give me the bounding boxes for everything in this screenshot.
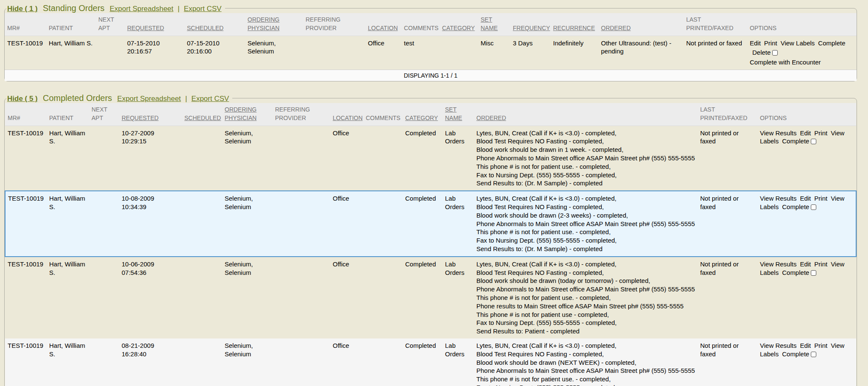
edit-link[interactable]: Edit xyxy=(800,195,811,202)
complete-link[interactable]: Complete xyxy=(782,137,809,145)
cell-last-printed: Not printed or faxed xyxy=(698,338,757,386)
col-frequency[interactable]: FREQUENCY xyxy=(510,13,551,36)
col-set-name[interactable]: SET NAME xyxy=(442,103,474,126)
cell-location: Office xyxy=(330,191,363,257)
cell-ordering-physician: Selenium, Selenium xyxy=(222,191,273,257)
cell-comments xyxy=(363,257,403,338)
cell-next-apt xyxy=(89,191,119,257)
standing-paging-status: DISPLAYING 1-1 / 1 xyxy=(5,70,857,81)
col-location[interactable]: LOCATION xyxy=(330,103,363,126)
standing-hide-toggle[interactable]: Hide ( 1 ) xyxy=(7,5,38,13)
cell-set-name: Lab Orders xyxy=(442,191,474,257)
print-link[interactable]: Print xyxy=(764,39,777,47)
view-labels-link[interactable]: View Labels xyxy=(781,39,815,47)
col-location[interactable]: LOCATION xyxy=(365,13,401,36)
edit-link[interactable]: Edit xyxy=(800,342,811,349)
cell-mr: TEST-10019 xyxy=(5,36,46,70)
cell-requested: 10-06-2009 07:54:36 xyxy=(119,257,182,338)
col-referring-provider: REFERRING PROVIDER xyxy=(273,103,330,126)
cell-location: Office xyxy=(330,126,363,191)
view-results-link[interactable]: View Results xyxy=(760,129,796,137)
cell-referring-provider xyxy=(273,126,330,191)
completed-order-row: TEST-10019 Hart, William S. 08-21-2009 1… xyxy=(5,338,856,386)
cell-scheduled: 07-15-2010 20:16:00 xyxy=(184,36,245,70)
completed-header-row: MR# PATIENT NEXT APT REQUESTED SCHEDULED… xyxy=(5,103,856,126)
order-checkbox[interactable] xyxy=(811,352,816,357)
cell-next-apt xyxy=(89,338,119,386)
delete-checkbox[interactable] xyxy=(772,50,778,56)
standing-export-csv-link[interactable]: Export CSV xyxy=(184,5,222,13)
print-link[interactable]: Print xyxy=(814,129,827,137)
cell-requested: 08-21-2009 16:28:40 xyxy=(119,338,182,386)
print-link[interactable]: Print xyxy=(814,342,827,349)
completed-export-spreadsheet-link[interactable]: Export Spreadsheet xyxy=(117,95,181,103)
cell-referring-provider xyxy=(273,257,330,338)
orders-page: Hide ( 1 ) Standing Orders Export Spread… xyxy=(0,0,868,386)
cell-scheduled xyxy=(182,191,222,257)
complete-link[interactable]: Complete xyxy=(782,350,809,358)
view-results-link[interactable]: View Results xyxy=(760,260,796,268)
completed-export-csv-link[interactable]: Export CSV xyxy=(192,95,229,103)
cell-patient: Hart, William S. xyxy=(47,191,89,257)
standing-export-spreadsheet-link[interactable]: Export Spreadsheet xyxy=(110,5,173,13)
cell-options: View ResultsEditPrintView LabelsComplete xyxy=(757,257,856,338)
col-ordered[interactable]: ORDERED xyxy=(598,13,684,36)
legend-separator: | xyxy=(178,5,179,13)
cell-location: Office xyxy=(330,257,363,338)
col-patient: PATIENT xyxy=(47,103,89,126)
cell-ordered: Lytes, BUN, Creat (Call if K+ is <3.0) -… xyxy=(474,257,698,338)
col-options: OPTIONS xyxy=(747,13,857,36)
col-comments: COMMENTS xyxy=(363,103,403,126)
complete-link[interactable]: Complete xyxy=(818,39,845,47)
col-scheduled[interactable]: SCHEDULED xyxy=(184,13,245,36)
cell-ordering-physician: Selenium, Selenium xyxy=(245,36,303,70)
col-requested[interactable]: REQUESTED xyxy=(119,103,182,126)
col-ordering-physician[interactable]: ORDERING PHYSICIAN xyxy=(222,103,273,126)
completed-orders-table: MR# PATIENT NEXT APT REQUESTED SCHEDULED… xyxy=(5,103,857,386)
completed-hide-toggle[interactable]: Hide ( 5 ) xyxy=(7,95,38,103)
edit-link[interactable]: Edit xyxy=(800,129,811,137)
complete-with-encounter-link[interactable]: Complete with Encounter xyxy=(750,59,821,66)
cell-ordered: Other Ultrasound: (test) - pending xyxy=(598,36,684,70)
cell-location: Office xyxy=(365,36,401,70)
view-results-link[interactable]: View Results xyxy=(760,342,796,349)
standing-orders-section: Hide ( 1 ) Standing Orders Export Spread… xyxy=(4,3,857,81)
cell-ordered: Lytes, BUN, Creat (Call if K+ is <3.0) -… xyxy=(474,338,698,386)
col-referring-provider: REFERRING PROVIDER xyxy=(303,13,365,36)
edit-link[interactable]: Edit xyxy=(800,260,811,268)
cell-referring-provider xyxy=(273,191,330,257)
completed-order-row-selected: TEST-10019 Hart, William S. 10-08-2009 1… xyxy=(5,191,856,257)
cell-set-name: Lab Orders xyxy=(442,257,474,338)
order-checkbox[interactable] xyxy=(811,270,816,276)
col-ordered[interactable]: ORDERED xyxy=(474,103,698,126)
cell-scheduled xyxy=(182,126,222,191)
col-ordering-physician[interactable]: ORDERING PHYSICIAN xyxy=(245,13,303,36)
cell-mr: TEST-10019 xyxy=(5,191,47,257)
cell-location: Office xyxy=(330,338,363,386)
print-link[interactable]: Print xyxy=(814,195,827,202)
cell-ordering-physician: Selenium, Selenium xyxy=(222,257,273,338)
col-requested[interactable]: REQUESTED xyxy=(125,13,184,36)
cell-scheduled xyxy=(182,338,222,386)
cell-last-printed: Not printed or faxed xyxy=(698,257,757,338)
cell-set-name: Misc xyxy=(478,36,510,70)
order-checkbox[interactable] xyxy=(811,204,816,210)
cell-ordered: Lytes, BUN, Creat (Call if K+ is <3.0) -… xyxy=(474,126,698,191)
col-recurrence[interactable]: RECURRENCE xyxy=(551,13,598,36)
delete-link[interactable]: Delete xyxy=(752,49,771,56)
complete-link[interactable]: Complete xyxy=(782,203,809,210)
cell-options: View ResultsEditPrintView LabelsComplete xyxy=(757,338,856,386)
view-results-link[interactable]: View Results xyxy=(760,195,796,202)
col-category[interactable]: CATEGORY xyxy=(440,13,478,36)
col-patient: PATIENT xyxy=(46,13,96,36)
cell-comments: test xyxy=(401,36,440,70)
order-checkbox[interactable] xyxy=(811,139,816,144)
col-scheduled[interactable]: SCHEDULED xyxy=(182,103,222,126)
cell-category: Completed xyxy=(403,338,442,386)
print-link[interactable]: Print xyxy=(814,260,827,268)
edit-link[interactable]: Edit xyxy=(750,39,761,47)
cell-ordering-physician: Selenium, Selenium xyxy=(222,126,273,191)
col-set-name[interactable]: SET NAME xyxy=(478,13,510,36)
col-category[interactable]: CATEGORY xyxy=(403,103,442,126)
complete-link[interactable]: Complete xyxy=(782,269,809,276)
